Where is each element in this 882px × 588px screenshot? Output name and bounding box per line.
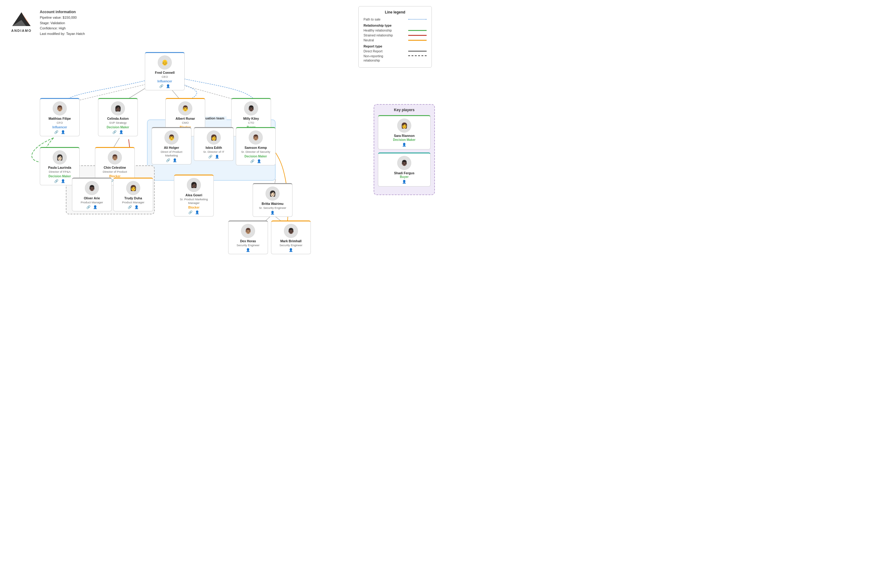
mark-avatar: 👨🏿 [284,224,298,238]
card-iskra[interactable]: 👩 Iskra Edith Sr. Director of IT 🔗 👤 [194,127,234,161]
logo-area: ANDIAMO [9,9,34,33]
person-icon: 👤 [61,130,65,134]
oliver-name: Oliver Arie [84,196,100,201]
matthias-role: Influencer [52,126,67,129]
link-icon: 🔗 [188,210,193,214]
card-mark[interactable]: 👨🏿 Mark Brimhall Security Engineer 👤 [271,220,311,254]
matthias-title: CFO [57,121,63,124]
direct-line [408,51,427,51]
kp-sara-icons: 👤 [402,143,406,147]
card-dex[interactable]: 👨🏽 Dex Horas Security Engineer 👤 [228,220,268,254]
paula-avatar: 👩🏻 [52,150,67,165]
matthias-icons: 🔗 👤 [54,130,65,134]
key-players-title: Key players [378,108,430,112]
card-matthias[interactable]: 👨🏽 Matthias Filipe CFO Influencer 🔗 👤 [40,98,80,136]
fred-name: Fred Connell [155,71,175,75]
ali-name: Ali Holger [164,146,179,150]
legend-box: Line legend Path to sale Relationship ty… [358,6,432,68]
kp-card-sara[interactable]: 👩 Sara Riannon Decision Maker 👤 [378,115,430,150]
strained-line [408,35,427,36]
iskra-icons: 🔗 👤 [208,154,219,159]
link-icon: 🔗 [54,130,58,134]
oliver-title: Product Manager [81,201,103,204]
celinda-avatar: 👩🏿 [111,101,125,116]
card-britta[interactable]: 👩🏻 Britta Wairimu Sr. Security Engineer … [253,183,292,217]
card-alea[interactable]: 👩🏿 Alea Gowri Sr. Product Marketing Mana… [174,175,214,216]
kp-shadi-avatar: 👨🏿 [397,156,411,170]
link-icon: 🔗 [112,130,117,134]
link-icon: 🔗 [159,84,164,88]
albert-avatar: 👨 [178,101,192,116]
britta-title: Sr. Security Engineer [259,206,286,210]
mark-title: Security Engineer [280,243,303,247]
account-stage: Stage: Validation [40,21,85,26]
report-type-section: Report type [363,44,427,48]
card-samson[interactable]: 👨🏽 Samson Kemp Sr. Director of Security … [236,127,276,165]
mark-icons: 👤 [289,248,293,252]
strained-label: Strained relationship [363,33,393,37]
albert-name: Albert Runar [176,117,195,121]
person-icon: 👤 [289,248,293,252]
britta-name: Britta Wairimu [261,202,283,206]
kp-sara-avatar: 👩 [397,118,411,133]
person-icon: 👤 [215,154,219,159]
ali-title: Direct of Product Marketing [154,150,189,158]
samson-role: Decision Maker [244,154,267,158]
link-icon: 🔗 [208,154,213,159]
samson-title: Sr. Director of Security [241,150,270,154]
oliver-avatar: 👨🏿 [85,181,99,195]
person-icon: 👤 [61,179,65,183]
person-icon: 👤 [257,159,261,163]
milly-title: CTO [248,121,254,124]
paula-role: Decision Maker [48,175,71,178]
person-icon: 👤 [402,143,406,147]
fred-icons: 🔗 👤 [159,84,170,88]
celinda-icons: 🔗 👤 [112,130,123,134]
card-celinda[interactable]: 👩🏿 Celinda Aston SVP Strategy Decision M… [98,98,138,136]
relationship-type-section: Relationship type [363,24,427,27]
legend-title: Line legend [363,10,427,14]
link-icon: 🔗 [54,179,58,183]
ali-avatar: 👨 [165,130,178,144]
neutral-label: Neutral [363,38,374,42]
nonreport-line [408,56,427,56]
iskra-title: Sr. Director of IT [203,150,224,154]
neutral-line [408,40,427,41]
direct-label: Direct Report [363,49,382,53]
link-icon: 🔗 [250,159,255,163]
card-oliver[interactable]: 👨🏿 Oliver Arie Product Manager 🔗 👤 [72,178,112,212]
alea-name: Alea Gowri [186,193,202,198]
celinda-name: Celinda Aston [107,117,129,121]
person-icon: 👤 [166,84,170,88]
britta-icons: 👤 [270,211,275,214]
key-players-box: Key players 👩 Sara Riannon Decision Make… [374,104,435,195]
card-ali[interactable]: 👨 Ali Holger Direct of Product Marketing… [152,127,191,165]
kp-shadi-role: Buyer [400,175,408,178]
britta-avatar: 👩🏻 [266,186,280,201]
kp-sara-role: Decision Maker [393,138,415,141]
celinda-title: SVP Strategy [110,121,127,124]
person-icon: 👤 [93,205,98,209]
person-icon: 👤 [119,130,123,134]
dex-name: Dex Horas [240,239,256,243]
alea-avatar: 👩🏿 [187,178,201,192]
dex-avatar: 👨🏽 [241,224,255,238]
celinda-role: Decision Maker [106,126,129,129]
trudy-name: Trudy Duha [124,196,142,201]
card-trudy[interactable]: 👩 Trudy Duha Product Manager 🔗 👤 [113,178,153,212]
account-pipeline: Pipeline value: $150,000 [40,15,85,21]
iskra-avatar: 👩 [207,130,221,144]
matthias-name: Matthias Filipe [49,117,71,121]
kp-card-shadi[interactable]: 👨🏿 Shadi Fergus Buyer 👤 [378,153,430,187]
iskra-name: Iskra Edith [206,146,222,150]
card-fred[interactable]: 👴 Fred Connell CEO Influencer 🔗 👤 [145,52,184,90]
link-icon: 🔗 [128,205,132,209]
person-icon: 👤 [173,158,177,162]
logo-text: ANDIAMO [11,29,32,33]
oliver-icons: 🔗 👤 [86,205,98,209]
account-modified: Last modified by: Tayan Hatch [40,31,85,37]
albert-title: CMO [182,121,189,124]
alea-role: Blocker [188,206,200,209]
paula-name: Paula Laurinda [48,166,71,170]
kp-sara-name: Sara Riannon [394,134,415,138]
